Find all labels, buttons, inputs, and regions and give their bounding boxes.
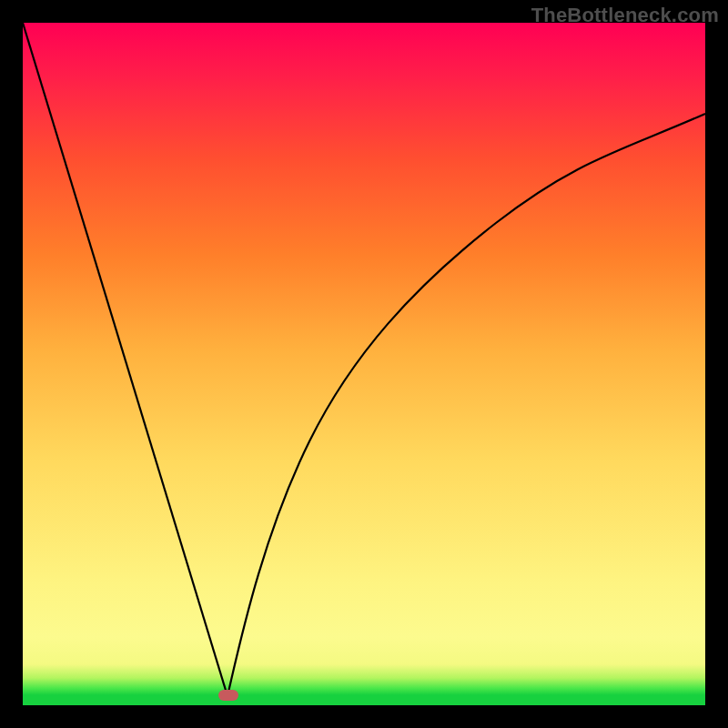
optimal-marker	[218, 690, 238, 701]
curve-left-branch	[23, 23, 228, 696]
chart-frame: TheBottleneck.com	[0, 0, 728, 728]
curve-right-branch	[228, 114, 705, 696]
plot-area	[23, 23, 705, 705]
watermark-text: TheBottleneck.com	[531, 4, 719, 27]
bottleneck-curve	[23, 23, 705, 705]
